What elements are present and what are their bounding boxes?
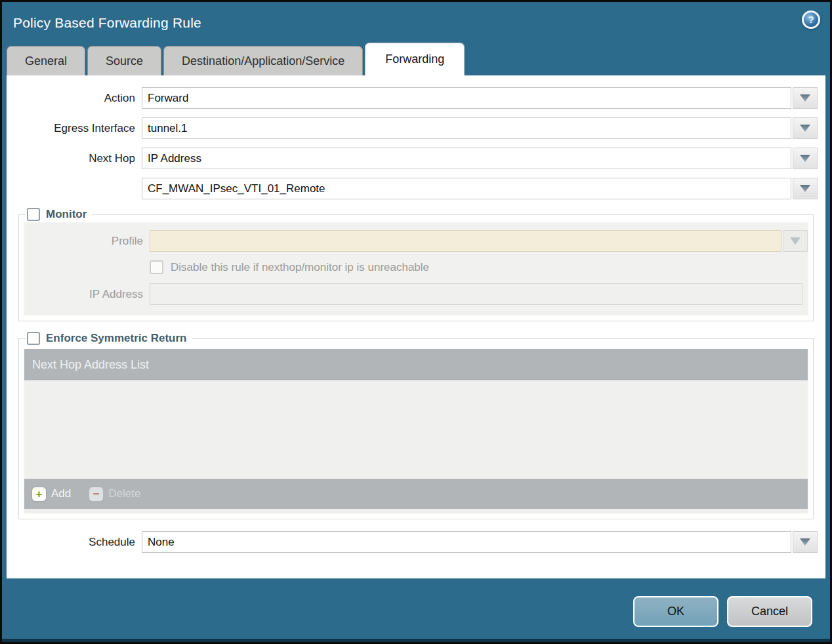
tab-general[interactable]: General	[7, 46, 85, 75]
next-hop-type-input[interactable]	[142, 148, 791, 169]
chevron-down-icon	[800, 185, 810, 192]
action-row: Action	[7, 87, 818, 109]
tab-bar: General Source Destination/Application/S…	[2, 43, 830, 75]
action-label: Action	[7, 92, 142, 105]
egress-interface-dropdown-button[interactable]	[793, 117, 818, 139]
chevron-down-icon	[800, 538, 810, 546]
monitor-checkbox[interactable]	[27, 208, 40, 221]
dialog-button-row: OK Cancel	[2, 578, 830, 627]
next-hop-address-input[interactable]	[142, 178, 791, 199]
egress-interface-input[interactable]	[142, 117, 791, 139]
profile-dropdown-button	[783, 230, 808, 252]
help-icon[interactable]: ?	[802, 10, 820, 29]
profile-label: Profile	[24, 235, 150, 248]
next-hop-row: Next Hop	[7, 148, 818, 169]
next-hop-address-list-body	[24, 380, 808, 479]
schedule-row: Schedule	[7, 531, 818, 553]
enforce-symmetric-return-checkbox[interactable]	[27, 332, 40, 345]
next-hop-address-list-toolbar: + Add − Delete	[24, 479, 808, 509]
schedule-dropdown-button[interactable]	[793, 531, 818, 553]
monitor-group: Monitor Profile Disable this rule if nex…	[18, 208, 814, 321]
monitor-ip-input	[150, 283, 802, 305]
symmetric-return-legend: Enforce Symmetric Return	[26, 332, 192, 345]
next-hop-address-list-table: Next Hop Address List + Add − Delete	[24, 349, 808, 513]
disable-rule-row: Disable this rule if nexthop/monitor ip …	[24, 260, 808, 274]
schedule-label: Schedule	[7, 536, 142, 549]
action-input[interactable]	[142, 87, 791, 109]
table-bottom-strip	[24, 509, 808, 513]
next-hop-type-dropdown-button[interactable]	[793, 148, 818, 169]
tab-forwarding[interactable]: Forwarding	[365, 43, 465, 75]
egress-interface-row: Egress Interface	[7, 117, 818, 139]
chevron-down-icon	[800, 155, 810, 162]
monitor-fields: Profile Disable this rule if nexthop/mon…	[24, 222, 808, 315]
egress-interface-label: Egress Interface	[7, 122, 142, 135]
disable-rule-checkbox	[150, 260, 163, 274]
dialog-title: Policy Based Forwarding Rule	[13, 15, 201, 31]
chevron-down-icon	[800, 125, 810, 132]
add-button[interactable]: + Add	[32, 487, 71, 501]
minus-icon: −	[89, 487, 103, 501]
monitor-legend-label: Monitor	[46, 208, 87, 221]
action-dropdown-button[interactable]	[793, 87, 818, 109]
add-button-label: Add	[51, 487, 71, 500]
next-hop-address-row	[7, 178, 818, 199]
profile-input	[150, 230, 781, 252]
monitor-ip-label: IP Address	[24, 288, 150, 301]
bottom-accent-strip	[2, 639, 830, 642]
ok-button[interactable]: OK	[633, 596, 718, 627]
delete-button-label: Delete	[108, 487, 140, 500]
symmetric-return-legend-label: Enforce Symmetric Return	[46, 332, 186, 345]
schedule-input[interactable]	[142, 531, 791, 553]
plus-icon: +	[32, 487, 46, 501]
enforce-symmetric-return-group: Enforce Symmetric Return Next Hop Addres…	[18, 332, 814, 519]
monitor-ip-row: IP Address	[24, 283, 808, 305]
pbf-rule-dialog: Policy Based Forwarding Rule ? General S…	[0, 0, 832, 644]
tab-source[interactable]: Source	[87, 46, 161, 75]
next-hop-address-dropdown-button[interactable]	[793, 178, 818, 199]
monitor-legend: Monitor	[26, 208, 92, 221]
chevron-down-icon	[800, 94, 810, 102]
profile-row: Profile	[24, 230, 808, 252]
delete-button: − Delete	[89, 487, 140, 501]
next-hop-address-list-header: Next Hop Address List	[24, 349, 808, 380]
disable-rule-label: Disable this rule if nexthop/monitor ip …	[171, 261, 429, 274]
dialog-titlebar: Policy Based Forwarding Rule	[2, 2, 830, 43]
chevron-down-icon	[790, 237, 801, 245]
forwarding-tab-panel: Action Egress Interface Next Hop	[7, 75, 825, 578]
cancel-button[interactable]: Cancel	[727, 596, 812, 627]
tab-destination-application-service[interactable]: Destination/Application/Service	[163, 46, 363, 75]
next-hop-label: Next Hop	[7, 152, 142, 165]
